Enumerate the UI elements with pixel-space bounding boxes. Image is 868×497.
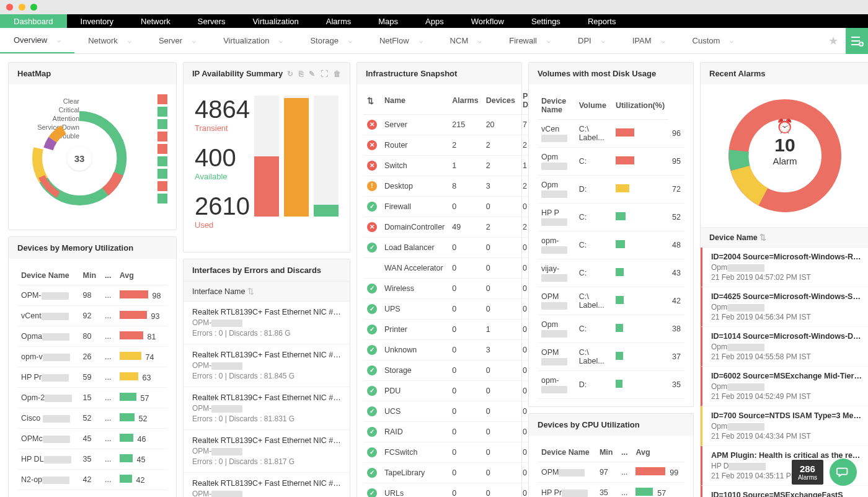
subnav-ipam[interactable]: IPAM⌵	[619, 28, 679, 53]
window-titlebar	[0, 0, 868, 14]
alarm-row[interactable]: ID=6002 Source=MSExchange Mid-Tier Stora…	[701, 367, 868, 406]
table-row[interactable]: Cisco 52... 52	[17, 408, 167, 429]
star-icon[interactable]: ★	[821, 34, 846, 48]
table-row[interactable]: OPM97... 99	[538, 462, 684, 483]
table-row[interactable]: vCent92... 93	[17, 306, 167, 326]
nav-virtualization[interactable]: Virtualization	[239, 14, 312, 28]
heatmap-cell[interactable]	[157, 107, 167, 117]
refresh-icon[interactable]: ↻	[287, 69, 293, 78]
table-row[interactable]: HP DL35... 45	[17, 449, 167, 470]
heatmap-cell[interactable]	[157, 181, 167, 191]
column-header[interactable]: Device Name	[17, 266, 79, 285]
table-row[interactable]: OpmC: 38	[538, 315, 684, 343]
window-close-icon[interactable]	[6, 4, 13, 11]
interface-row[interactable]: Realtek RTL8139C+ Fast Ethernet NIC #3-N…	[184, 344, 350, 387]
table-row[interactable]: vijay-C: 43	[538, 259, 684, 287]
table-row[interactable]: OPMc45... 46	[17, 429, 167, 449]
column-header[interactable]: Devices	[482, 87, 519, 115]
alarm-row[interactable]: ID=2004 Source=Microsoft-Windows-Resourc…	[701, 248, 868, 287]
interface-row[interactable]: Realtek RTL8139C+ Fast Ethernet NIC #3-N…	[184, 302, 350, 344]
heatmap-cell[interactable]	[157, 169, 167, 179]
table-row[interactable]: vCenC:\ Label... 96	[538, 120, 684, 148]
table-row[interactable]: OpmD: 72	[538, 176, 684, 204]
nav-servers[interactable]: Servers	[184, 14, 239, 28]
chevron-down-icon: ⌵	[547, 37, 551, 44]
heatmap-cell[interactable]	[157, 194, 167, 204]
column-header[interactable]: Device Name	[538, 443, 596, 462]
column-header[interactable]: Avg	[632, 443, 684, 462]
nav-network[interactable]: Network	[127, 14, 184, 28]
heatmap-cell[interactable]	[157, 132, 167, 141]
nav-maps[interactable]: Maps	[365, 14, 412, 28]
column-header[interactable]: Utilization(%)	[612, 92, 668, 120]
column-header[interactable]: Min	[79, 266, 101, 285]
heatmap-cell[interactable]	[157, 156, 167, 166]
subnav-dpi[interactable]: DPI⌵	[564, 28, 619, 53]
cpu-util-widget: Devices by CPU Utilization Device NameMi…	[528, 413, 694, 497]
infrastructure-widget: Infrastructure Snapshot ⇅NameAlarmsDevic…	[356, 62, 522, 497]
table-row[interactable]: HP PC: 52	[538, 204, 684, 231]
column-header[interactable]: Min	[596, 443, 618, 462]
window-minimize-icon[interactable]	[19, 4, 25, 11]
table-row[interactable]: HP Pr35... 57	[538, 483, 684, 498]
table-row[interactable]: Opm-215... 57	[17, 388, 167, 408]
chat-button[interactable]	[830, 459, 857, 486]
column-header[interactable]: ...	[101, 266, 116, 285]
heatmap-cell[interactable]	[157, 94, 167, 104]
status-icon: ✓	[367, 386, 377, 396]
column-header[interactable]: Alarms	[448, 87, 482, 115]
chevron-down-icon: ⌵	[478, 37, 482, 44]
column-header[interactable]: Volume	[575, 92, 612, 120]
column-header[interactable]: Device Name	[538, 92, 575, 120]
interface-row[interactable]: Realtek RTL8139C+ Fast Ethernet NIC #3-E…	[184, 473, 350, 497]
subnav-storage[interactable]: Storage⌵	[296, 28, 366, 53]
alarm-row[interactable]: ID=1014 Source=Microsoft-Windows-DNS-Cli…	[701, 327, 868, 367]
alarm-counter-badge[interactable]: 286 Alarms	[792, 460, 823, 485]
subnav-custom[interactable]: Custom⌵	[679, 28, 748, 53]
nav-inventory[interactable]: Inventory	[67, 14, 127, 28]
subnav-firewall[interactable]: Firewall⌵	[495, 28, 564, 53]
table-row[interactable]: HP Pr59... 63	[17, 367, 167, 388]
column-header[interactable]: Name	[381, 87, 448, 115]
table-row[interactable]: opm-C: 48	[538, 231, 684, 259]
subnav-server[interactable]: Server⌵	[145, 28, 210, 53]
nav-workflow[interactable]: Workflow	[458, 14, 518, 28]
alarm-row[interactable]: ID=4625 Source=Microsoft-Windows-Securit…	[701, 287, 868, 327]
alarm-row[interactable]: ID=1010 Source=MSExchangeFastS	[701, 486, 868, 497]
status-icon: ✕	[367, 222, 377, 232]
delete-icon[interactable]: 🗑	[334, 69, 341, 78]
subnav-virtualization[interactable]: Virtualization⌵	[210, 28, 296, 53]
table-row[interactable]: OPMC:\ Label... 37	[538, 343, 684, 371]
nav-reports[interactable]: Reports	[574, 14, 630, 28]
table-row[interactable]: Opma80... 81	[17, 326, 167, 347]
alarm-row[interactable]: ID=700 Source=NTDS ISAM Type=3 Message=N…	[701, 406, 868, 446]
column-header[interactable]: Avg	[116, 266, 167, 285]
expand-icon[interactable]: ⛶	[321, 69, 328, 78]
nav-dashboard[interactable]: Dashboard	[0, 14, 67, 28]
nav-alarms[interactable]: Alarms	[312, 14, 365, 28]
heatmap-cell[interactable]	[157, 119, 167, 129]
table-row[interactable]: opm-D: 35	[538, 371, 684, 399]
memory-util-widget: Devices by Memory Utilization Device Nam…	[8, 236, 177, 497]
heatmap-cell[interactable]	[157, 144, 167, 154]
table-row[interactable]: opm-v26... 74	[17, 347, 167, 367]
subnav-overview[interactable]: Overview⌵	[0, 28, 74, 53]
add-widget-button[interactable]	[846, 28, 868, 54]
table-row[interactable]: OpmC: 95	[538, 148, 684, 176]
interface-row[interactable]: Realtek RTL8139C+ Fast Ethernet NIC #3-W…	[184, 430, 350, 473]
edit-icon[interactable]: ✎	[309, 69, 315, 78]
table-row[interactable]: OPM-98... 98	[17, 285, 167, 306]
alarms-column-header[interactable]: Device Name ⇅	[701, 227, 868, 248]
table-row[interactable]: OPMC:\ Label... 42	[538, 287, 684, 315]
interface-row[interactable]: Realtek RTL8139C+ Fast Ethernet NIC #3-W…	[184, 387, 350, 430]
subnav-ncm[interactable]: NCM⌵	[436, 28, 496, 53]
export-icon[interactable]: ⎘	[299, 69, 303, 78]
subnav-network[interactable]: Network⌵	[74, 28, 145, 53]
nav-settings[interactable]: Settings	[518, 14, 574, 28]
nav-apps[interactable]: Apps	[412, 14, 458, 28]
subnav-netflow[interactable]: NetFlow⌵	[366, 28, 436, 53]
interfaces-column-header[interactable]: Interface Name ⇅	[184, 281, 350, 302]
window-maximize-icon[interactable]	[30, 4, 37, 11]
column-header[interactable]: ...	[618, 443, 632, 462]
table-row[interactable]: N2-op42... 42	[17, 470, 167, 490]
